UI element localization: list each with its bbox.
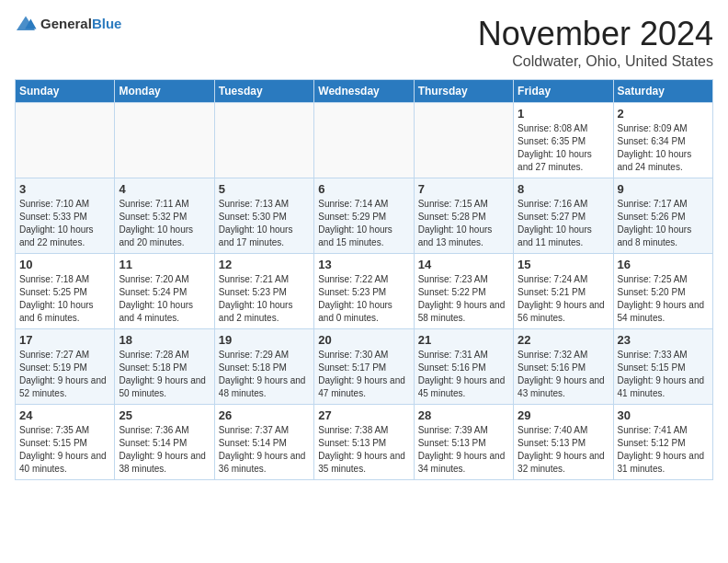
cell-w3-d4: 13Sunrise: 7:22 AMSunset: 5:23 PMDayligh… [314,254,414,329]
cell-w4-d2: 18Sunrise: 7:28 AMSunset: 5:18 PMDayligh… [115,329,214,405]
day-number: 19 [219,333,310,347]
day-number: 22 [518,333,609,347]
day-number: 3 [19,182,110,196]
day-number: 26 [219,408,310,422]
cell-w4-d1: 17Sunrise: 7:27 AMSunset: 5:19 PMDayligh… [16,329,115,405]
day-info: Sunrise: 7:13 AMSunset: 5:30 PMDaylight:… [219,199,293,247]
cell-w5-d2: 25Sunrise: 7:36 AMSunset: 5:14 PMDayligh… [115,405,214,480]
cell-w2-d7: 9Sunrise: 7:17 AMSunset: 5:26 PMDaylight… [613,178,712,254]
cell-w1-d5 [414,103,513,178]
location: Coldwater, Ohio, United States [478,53,713,70]
logo: GeneralBlue [15,15,121,33]
logo-icon [15,15,37,33]
header-thursday: Thursday [414,80,513,103]
cell-w5-d1: 24Sunrise: 7:35 AMSunset: 5:15 PMDayligh… [16,405,115,480]
day-number: 9 [618,182,709,196]
day-number: 1 [518,107,609,121]
day-info: Sunrise: 7:30 AMSunset: 5:17 PMDaylight:… [318,350,405,398]
day-number: 8 [518,182,609,196]
cell-w1-d1 [16,103,115,178]
cell-w4-d5: 21Sunrise: 7:31 AMSunset: 5:16 PMDayligh… [414,329,513,405]
header-tuesday: Tuesday [214,80,313,103]
cell-w2-d1: 3Sunrise: 7:10 AMSunset: 5:33 PMDaylight… [16,178,115,254]
cell-w5-d7: 30Sunrise: 7:41 AMSunset: 5:12 PMDayligh… [613,405,712,480]
day-number: 7 [418,182,509,196]
header-sunday: Sunday [16,80,115,103]
day-number: 15 [518,258,609,271]
day-info: Sunrise: 7:18 AMSunset: 5:25 PMDaylight:… [19,274,94,323]
day-info: Sunrise: 8:09 AMSunset: 6:34 PMDaylight:… [618,123,692,172]
day-info: Sunrise: 7:38 AMSunset: 5:13 PMDaylight:… [318,425,405,474]
logo-blue: Blue [92,16,122,31]
day-number: 29 [518,408,609,422]
day-info: Sunrise: 7:25 AMSunset: 5:20 PMDaylight:… [618,274,705,323]
logo-text: GeneralBlue [40,16,121,32]
day-number: 4 [119,182,210,196]
header-monday: Monday [115,80,214,103]
day-info: Sunrise: 7:11 AMSunset: 5:32 PMDaylight:… [119,199,193,247]
header-saturday: Saturday [613,80,712,103]
day-info: Sunrise: 7:36 AMSunset: 5:14 PMDaylight:… [119,425,206,474]
day-info: Sunrise: 7:39 AMSunset: 5:13 PMDaylight:… [418,425,506,474]
day-info: Sunrise: 7:15 AMSunset: 5:28 PMDaylight:… [418,199,493,247]
day-info: Sunrise: 7:29 AMSunset: 5:18 PMDaylight:… [219,350,306,398]
cell-w1-d6: 1Sunrise: 8:08 AMSunset: 6:35 PMDaylight… [514,103,613,178]
cell-w1-d2 [115,103,214,178]
day-info: Sunrise: 7:23 AMSunset: 5:22 PMDaylight:… [418,274,506,323]
week-row-2: 3Sunrise: 7:10 AMSunset: 5:33 PMDaylight… [16,178,713,254]
cell-w3-d6: 15Sunrise: 7:24 AMSunset: 5:21 PMDayligh… [514,254,613,329]
day-info: Sunrise: 7:33 AMSunset: 5:15 PMDaylight:… [618,350,705,398]
day-info: Sunrise: 7:37 AMSunset: 5:14 PMDaylight:… [219,425,306,474]
day-info: Sunrise: 7:22 AMSunset: 5:23 PMDaylight:… [318,274,392,323]
day-info: Sunrise: 7:10 AMSunset: 5:33 PMDaylight:… [19,199,94,247]
day-info: Sunrise: 7:16 AMSunset: 5:27 PMDaylight:… [518,199,592,247]
day-number: 2 [618,107,709,121]
day-info: Sunrise: 7:14 AMSunset: 5:29 PMDaylight:… [318,199,392,247]
day-number: 11 [119,258,210,271]
cell-w1-d3 [214,103,313,178]
day-number: 24 [19,408,110,422]
cell-w4-d4: 20Sunrise: 7:30 AMSunset: 5:17 PMDayligh… [314,329,414,405]
cell-w2-d2: 4Sunrise: 7:11 AMSunset: 5:32 PMDaylight… [115,178,214,254]
day-info: Sunrise: 7:31 AMSunset: 5:16 PMDaylight:… [418,350,506,398]
logo-general: General [40,16,92,31]
week-row-4: 17Sunrise: 7:27 AMSunset: 5:19 PMDayligh… [16,329,713,405]
cell-w2-d5: 7Sunrise: 7:15 AMSunset: 5:28 PMDaylight… [414,178,513,254]
cell-w1-d4 [314,103,414,178]
cell-w5-d6: 29Sunrise: 7:40 AMSunset: 5:13 PMDayligh… [514,405,613,480]
day-info: Sunrise: 7:28 AMSunset: 5:18 PMDaylight:… [119,350,206,398]
day-info: Sunrise: 8:08 AMSunset: 6:35 PMDaylight:… [518,123,592,172]
day-number: 13 [318,258,409,271]
day-number: 20 [318,333,409,347]
week-row-5: 24Sunrise: 7:35 AMSunset: 5:15 PMDayligh… [16,405,713,480]
cell-w1-d7: 2Sunrise: 8:09 AMSunset: 6:34 PMDaylight… [613,103,712,178]
cell-w2-d3: 5Sunrise: 7:13 AMSunset: 5:30 PMDaylight… [214,178,313,254]
cell-w5-d4: 27Sunrise: 7:38 AMSunset: 5:13 PMDayligh… [314,405,414,480]
calendar-table: Sunday Monday Tuesday Wednesday Thursday… [15,79,713,480]
header-wednesday: Wednesday [314,80,414,103]
day-info: Sunrise: 7:35 AMSunset: 5:15 PMDaylight:… [19,425,107,474]
day-info: Sunrise: 7:24 AMSunset: 5:21 PMDaylight:… [518,274,605,323]
day-number: 21 [418,333,509,347]
cell-w5-d5: 28Sunrise: 7:39 AMSunset: 5:13 PMDayligh… [414,405,513,480]
day-info: Sunrise: 7:32 AMSunset: 5:16 PMDaylight:… [518,350,605,398]
cell-w3-d5: 14Sunrise: 7:23 AMSunset: 5:22 PMDayligh… [414,254,513,329]
header-row: Sunday Monday Tuesday Wednesday Thursday… [16,80,713,103]
day-number: 6 [318,182,409,196]
day-number: 10 [19,258,110,271]
week-row-1: 1Sunrise: 8:08 AMSunset: 6:35 PMDaylight… [16,103,713,178]
day-info: Sunrise: 7:17 AMSunset: 5:26 PMDaylight:… [618,199,692,247]
cell-w2-d6: 8Sunrise: 7:16 AMSunset: 5:27 PMDaylight… [514,178,613,254]
day-info: Sunrise: 7:40 AMSunset: 5:13 PMDaylight:… [518,425,605,474]
page-header: GeneralBlue November 2024 Coldwater, Ohi… [15,15,713,70]
day-number: 12 [219,258,310,271]
day-number: 16 [618,258,709,271]
day-number: 5 [219,182,310,196]
cell-w4-d3: 19Sunrise: 7:29 AMSunset: 5:18 PMDayligh… [214,329,313,405]
day-number: 23 [618,333,709,347]
week-row-3: 10Sunrise: 7:18 AMSunset: 5:25 PMDayligh… [16,254,713,329]
cell-w4-d7: 23Sunrise: 7:33 AMSunset: 5:15 PMDayligh… [613,329,712,405]
cell-w3-d7: 16Sunrise: 7:25 AMSunset: 5:20 PMDayligh… [613,254,712,329]
month-title: November 2024 [478,15,713,53]
day-number: 28 [418,408,509,422]
